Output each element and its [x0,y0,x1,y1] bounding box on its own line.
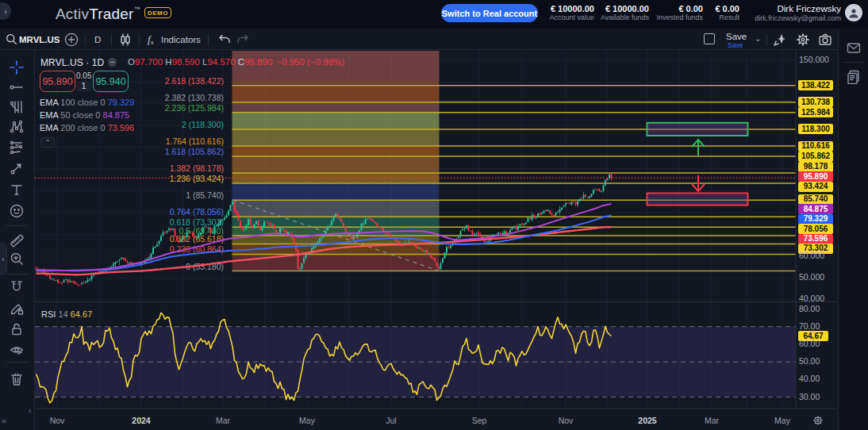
svg-text:1.618 (105.862): 1.618 (105.862) [165,147,224,156]
svg-text:2.236 (125.984): 2.236 (125.984) [165,103,224,113]
svg-text:1.236 (93.424): 1.236 (93.424) [170,174,224,183]
svg-text:0.764 (78.056): 0.764 (78.056) [170,207,224,217]
svg-text:2.618 (138.422): 2.618 (138.422) [165,76,224,86]
svg-text:2.382 (130.738): 2.382 (130.738) [165,93,224,102]
svg-text:1.764 (110.616): 1.764 (110.616) [166,136,224,146]
svg-text:2 (118.300): 2 (118.300) [182,120,224,129]
svg-text:1 (85.740): 1 (85.740) [186,190,224,200]
svg-text:1.382 (98.178): 1.382 (98.178) [170,163,224,173]
